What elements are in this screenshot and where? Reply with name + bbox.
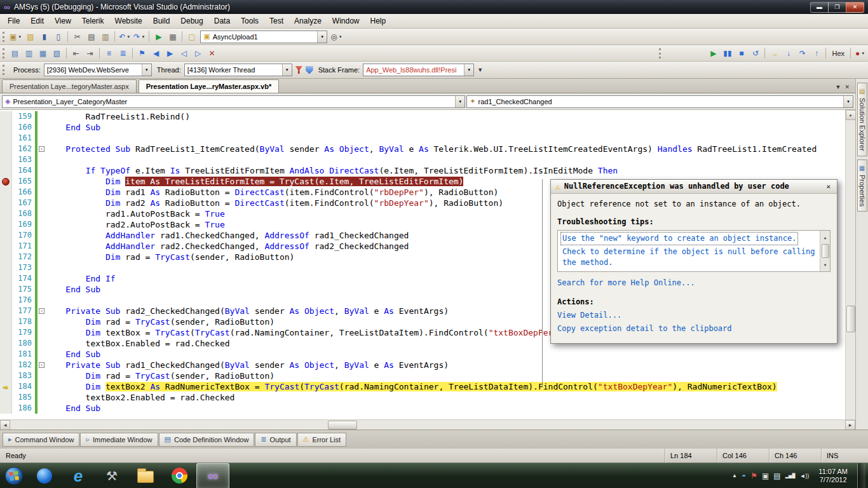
outlining-margin[interactable]	[37, 284, 46, 295]
hidden-icons-button[interactable]: ▲	[732, 473, 737, 478]
code-text[interactable]: Dim rad = TryCast(sender, RadioButton)	[46, 370, 845, 381]
hex-toggle-button[interactable]: Hex	[829, 47, 848, 60]
properties-tab[interactable]: ▦Properties	[857, 159, 867, 212]
types-combobox[interactable]: ◈ Presentation_Layer_CategoryMaster ▼	[2, 95, 465, 108]
breakpoint-margin[interactable]	[0, 370, 12, 381]
outlining-margin[interactable]	[37, 252, 46, 262]
scroll-up-icon[interactable]: ▲	[846, 110, 856, 120]
toolbar2-grip[interactable]	[3, 48, 6, 58]
minimize-button[interactable]: ▬	[810, 2, 829, 13]
breakpoint-margin[interactable]	[0, 338, 12, 349]
close-button[interactable]: ✕	[846, 2, 864, 13]
code-text[interactable]	[46, 154, 845, 165]
document-tab[interactable]: Presentation Laye...ryMaster.aspx.vb*	[139, 79, 279, 93]
tab-code-definition-window[interactable]: ▤Code Definition Window	[159, 433, 255, 447]
outlining-margin[interactable]	[37, 403, 46, 414]
internet-explorer-button[interactable]: e	[62, 463, 95, 488]
windows-explorer-button[interactable]	[129, 463, 162, 488]
stack-frame-dropdown-icon[interactable]: ▼	[464, 64, 473, 76]
tab-immediate-window[interactable]: ▹Immediate Window	[80, 433, 158, 447]
start-debugging-button[interactable]: ▶	[152, 30, 165, 43]
exception-title-bar[interactable]: ⚠ NullReferenceException was unhandled b…	[551, 180, 837, 194]
breakpoint-margin[interactable]	[0, 295, 12, 306]
menu-item-test[interactable]: Test	[264, 15, 288, 27]
breakpoint-margin[interactable]	[0, 154, 12, 165]
breakpoint-margin[interactable]	[0, 144, 12, 154]
horizontal-scroll-thumb[interactable]	[328, 421, 357, 430]
paste-button[interactable]: ▥	[98, 30, 112, 43]
toolbar-grip[interactable]	[3, 32, 6, 42]
document-tab[interactable]: Presentation Laye...tegoryMaster.aspx	[2, 79, 137, 93]
network-icon[interactable]: ▂▅█	[785, 473, 796, 478]
breakpoint-margin[interactable]	[0, 273, 12, 284]
breakpoint-margin[interactable]	[0, 208, 12, 219]
breakpoint-margin[interactable]	[0, 187, 12, 198]
toolbar-options-icon[interactable]: ▼	[477, 67, 483, 73]
step-out-button[interactable]: ↑	[810, 47, 823, 60]
outlining-margin[interactable]	[37, 198, 46, 208]
menu-item-debug[interactable]: Debug	[175, 15, 208, 27]
member-list-icon[interactable]: ▤	[8, 47, 22, 60]
types-dropdown-icon[interactable]: ▼	[455, 96, 465, 107]
find-in-files-button[interactable]: ◎▼	[329, 30, 343, 43]
menu-item-tools[interactable]: Tools	[236, 15, 264, 27]
menu-item-window[interactable]: Window	[327, 15, 365, 27]
close-document-icon[interactable]: ✕	[844, 84, 850, 90]
breakpoint-margin[interactable]	[0, 403, 12, 414]
word-completion-icon[interactable]: ▧	[50, 47, 64, 60]
vertical-scrollbar[interactable]: ▲	[845, 110, 855, 419]
tray-display-icon[interactable]: ▤	[773, 471, 780, 480]
tray-update-icon[interactable]: ◓	[742, 471, 746, 480]
outlining-margin[interactable]	[37, 122, 46, 133]
show-next-statement-button[interactable]: →	[768, 47, 781, 60]
outlining-margin[interactable]	[37, 262, 46, 273]
breakpoint-margin[interactable]	[0, 284, 12, 295]
breakpoint-margin[interactable]	[0, 133, 12, 144]
outlining-margin[interactable]	[37, 392, 46, 403]
previous-bookmark-folder-icon[interactable]: ◁	[177, 47, 191, 60]
menu-item-view[interactable]: View	[50, 15, 76, 27]
code-text[interactable]: RadTreeList1.Rebind()	[46, 111, 845, 122]
breakpoint-margin[interactable]	[0, 122, 12, 133]
code-editor[interactable]: 159 RadTreeList1.Rebind()160 End Sub1611…	[0, 110, 845, 419]
outlining-margin[interactable]	[37, 241, 46, 252]
horizontal-scrollbar[interactable]: ◀ ▶	[0, 419, 855, 430]
uncomment-selection-icon[interactable]: ≣	[116, 47, 130, 60]
tips-scrollbar[interactable]: ▲ ▼	[820, 231, 830, 271]
troubleshooting-tip-link[interactable]: Get general help for this exception.	[561, 270, 729, 272]
menu-item-help[interactable]: Help	[365, 15, 391, 27]
breakpoint-margin[interactable]	[0, 392, 12, 403]
breakpoints-window-button[interactable]: ●▼	[853, 47, 867, 60]
outlining-margin[interactable]	[37, 327, 46, 338]
scroll-left-icon[interactable]: ◀	[0, 420, 10, 430]
outlining-margin[interactable]: -	[37, 144, 46, 154]
debug-location-grip[interactable]	[3, 65, 6, 75]
toggle-bookmark-icon[interactable]: ⚑	[135, 47, 149, 60]
quick-info-icon[interactable]: ▦	[36, 47, 50, 60]
outlining-margin[interactable]	[37, 230, 46, 241]
flag-threads-icon[interactable]	[306, 66, 313, 74]
taskbar-clock[interactable]: 11:07 AM 7/7/2012	[813, 468, 853, 484]
breakpoint-margin[interactable]	[0, 252, 12, 262]
tab-list-dropdown-icon[interactable]: ▼	[836, 84, 841, 90]
decrease-indent-icon[interactable]: ⇤	[69, 47, 83, 60]
code-text[interactable]: textBox2.Enabled = rad.Checked	[46, 392, 845, 403]
outlining-margin[interactable]	[37, 176, 46, 187]
solution-configurations-icon[interactable]: ▦	[166, 30, 179, 43]
menu-item-file[interactable]: File	[3, 15, 25, 27]
previous-bookmark-icon[interactable]: ◀	[149, 47, 163, 60]
outlining-margin[interactable]	[37, 349, 46, 360]
outlining-margin[interactable]	[37, 370, 46, 381]
menu-item-data[interactable]: Data	[209, 15, 235, 27]
outlining-margin[interactable]	[37, 316, 46, 327]
break-all-button[interactable]: ▮▮	[721, 47, 734, 60]
step-over-button[interactable]: ↷	[796, 47, 809, 60]
collapse-region-icon[interactable]: -	[39, 146, 44, 152]
breakpoint-margin[interactable]	[0, 241, 12, 252]
save-button[interactable]: ▮	[37, 30, 51, 43]
debug-toolbar-grip[interactable]	[659, 48, 662, 58]
tips-scroll-thumb[interactable]	[822, 244, 829, 258]
code-text[interactable]: If TypeOf e.Item Is TreeListEditFormItem…	[46, 165, 845, 176]
start-button[interactable]	[0, 463, 28, 488]
parameter-info-icon[interactable]: ▥	[22, 47, 36, 60]
